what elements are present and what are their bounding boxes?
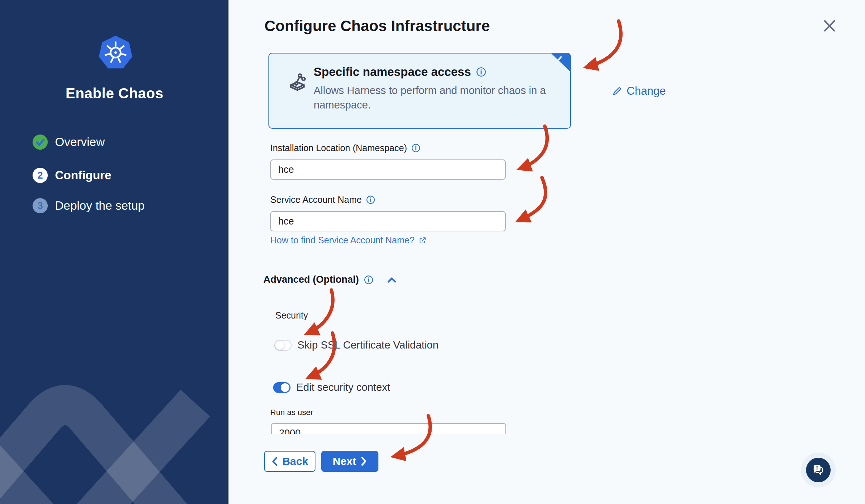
chevron-up-icon[interactable]: [386, 276, 397, 284]
page-title: Configure Chaos Infrastructure: [264, 17, 490, 35]
chevron-left-icon: [271, 457, 278, 466]
edit-security-context-toggle[interactable]: [273, 382, 291, 393]
arrow-to-skip-ssl-toggle: [308, 290, 333, 333]
namespace-access-card[interactable]: Specific namespace access Allows Harness…: [268, 53, 571, 129]
info-icon[interactable]: [364, 275, 373, 285]
arrow-to-selected-card: [587, 21, 621, 67]
run-as-user-clip-region: [271, 423, 506, 434]
wizard-title: Enable Chaos: [0, 85, 229, 102]
harness-watermark-logo: [0, 313, 229, 504]
run-as-user-input[interactable]: [271, 423, 506, 434]
access-card-title: Specific namespace access: [314, 65, 471, 79]
chat-question-icon: ?: [811, 463, 826, 477]
edit-security-context-toggle-row: Edit security context: [273, 381, 390, 393]
wizard-sidebar: Enable Chaos Overview 2 Configure 3 Depl…: [0, 0, 229, 504]
pencil-icon: [611, 86, 622, 97]
back-button[interactable]: Back: [264, 451, 315, 472]
chevron-right-icon: [361, 457, 367, 466]
step-label: Configure: [55, 168, 111, 182]
configure-chaos-modal: Enable Chaos Overview 2 Configure 3 Depl…: [0, 0, 865, 504]
svg-text:?: ?: [816, 465, 819, 471]
step-number-badge: 3: [33, 198, 48, 213]
step-label: Deploy the setup: [55, 199, 145, 213]
service-account-input[interactable]: [270, 211, 506, 231]
namespace-field-label: Installation Location (Namespace): [270, 143, 420, 153]
sidebar-step-overview[interactable]: Overview: [33, 134, 105, 150]
service-account-help-link[interactable]: How to find Service Account Name?: [270, 235, 427, 245]
access-card-description: Allows Harness to perform and monitor ch…: [314, 83, 560, 112]
skip-ssl-toggle-row: Skip SSL Certificate Validation: [274, 339, 438, 351]
kubernetes-logo-icon: [98, 35, 133, 69]
arrow-to-namespace-input: [520, 126, 547, 168]
service-account-field-label: Service Account Name: [270, 195, 375, 205]
change-link-label: Change: [627, 85, 666, 98]
help-chat-button[interactable]: ?: [806, 458, 831, 482]
selected-check-badge: [551, 53, 571, 72]
external-link-icon: [418, 236, 427, 245]
advanced-label: Advanced (Optional): [263, 274, 359, 285]
arrow-to-next-button: [394, 416, 430, 456]
edit-security-context-label: Edit security context: [296, 381, 390, 393]
sidebar-step-deploy[interactable]: 3 Deploy the setup: [33, 198, 145, 214]
skip-ssl-toggle[interactable]: [274, 340, 292, 351]
step-number-badge: 2: [33, 168, 48, 183]
next-button[interactable]: Next: [321, 451, 378, 472]
run-as-user-label: Run as user: [270, 408, 313, 417]
security-section-label: Security: [275, 310, 308, 321]
chaos-box-branch-icon: [289, 71, 306, 91]
close-icon[interactable]: [821, 17, 838, 34]
sidebar-step-configure[interactable]: 2 Configure: [33, 167, 111, 183]
step-done-check-icon: [33, 134, 48, 150]
info-icon[interactable]: [366, 195, 375, 204]
namespace-input[interactable]: [270, 159, 506, 180]
skip-ssl-label: Skip SSL Certificate Validation: [297, 339, 438, 351]
info-icon[interactable]: [476, 67, 486, 77]
change-link[interactable]: Change: [611, 85, 666, 98]
advanced-section-header[interactable]: Advanced (Optional): [263, 274, 397, 285]
arrow-to-service-account-input: [519, 178, 546, 221]
step-label: Overview: [55, 135, 105, 149]
info-icon[interactable]: [411, 144, 420, 153]
